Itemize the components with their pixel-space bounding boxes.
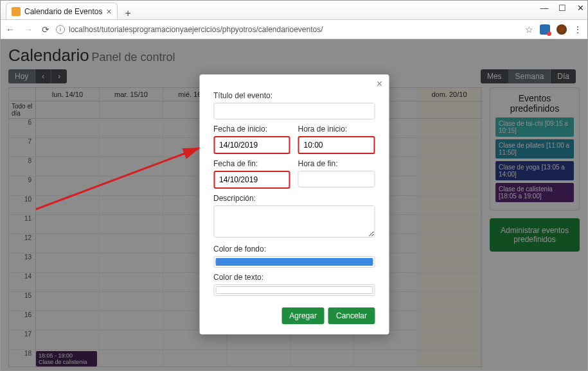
end-time-input[interactable] [298, 171, 375, 187]
url-text: localhost/tutorialesprogramacionyaejerci… [69, 25, 323, 34]
start-date-label: Fecha de inicio: [213, 125, 290, 134]
title-input[interactable] [213, 103, 375, 119]
close-tab-icon[interactable]: × [106, 6, 111, 17]
desc-label: Descripción: [213, 194, 375, 203]
start-date-input[interactable] [213, 136, 290, 154]
bgcolor-input[interactable] [213, 256, 375, 268]
browser-window: Calendario de Eventos × + — ☐ ✕ ← → ⟳ i … [0, 0, 588, 371]
start-time-label: Hora de inicio: [298, 125, 375, 134]
new-tab-button[interactable]: + [121, 8, 135, 19]
add-button[interactable]: Agregar [281, 307, 325, 324]
window-close-icon[interactable]: ✕ [576, 3, 585, 13]
bookmark-star-icon[interactable]: ☆ [525, 24, 533, 35]
url-bar[interactable]: i localhost/tutorialesprogramacionyaejer… [56, 25, 519, 34]
page-content: Calendario Panel de control Hoy ‹ › Mes … [1, 39, 587, 370]
tab-title: Calendario de Eventos [24, 7, 102, 16]
window-minimize-icon[interactable]: — [540, 3, 549, 13]
bgcolor-label: Color de fondo: [213, 245, 375, 254]
end-date-input[interactable] [213, 171, 290, 189]
browser-menu-icon[interactable]: ⋮ [573, 24, 582, 35]
window-maximize-icon[interactable]: ☐ [558, 3, 567, 13]
modal-close-icon[interactable]: × [377, 78, 382, 90]
textcolor-label: Color de texto: [213, 273, 375, 282]
nav-reload-icon[interactable]: ⟳ [42, 24, 49, 35]
desc-input[interactable] [213, 205, 375, 237]
start-time-input[interactable] [298, 136, 375, 154]
favicon-icon [12, 7, 21, 16]
nav-forward-icon[interactable]: → [24, 24, 33, 35]
event-modal: × Título del evento: Fecha de inicio: Ho… [199, 74, 389, 334]
browser-titlebar: Calendario de Eventos × + — ☐ ✕ [1, 1, 587, 20]
title-label: Título del evento: [213, 91, 375, 100]
site-info-icon[interactable]: i [56, 25, 65, 34]
end-date-label: Fecha de fin: [213, 159, 290, 168]
nav-back-icon[interactable]: ← [6, 24, 15, 35]
extension-icon[interactable] [540, 24, 550, 35]
end-time-label: Hora de fin: [298, 159, 375, 168]
browser-tab[interactable]: Calendario de Eventos × [6, 3, 118, 19]
textcolor-input[interactable] [213, 284, 375, 296]
browser-toolbar: ← → ⟳ i localhost/tutorialesprogramacion… [1, 20, 587, 39]
profile-avatar-icon[interactable] [557, 24, 567, 35]
cancel-button[interactable]: Cancelar [328, 307, 375, 324]
